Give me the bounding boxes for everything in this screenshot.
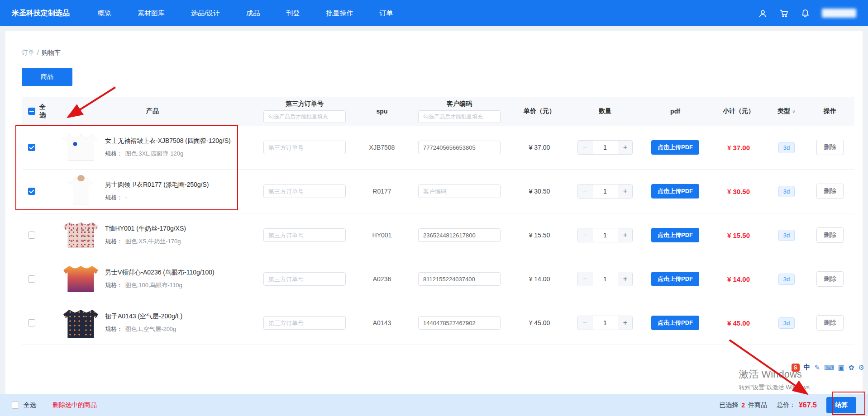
nav-item-selection-design[interactable]: 选品/设计	[191, 9, 220, 18]
nav-item-publish[interactable]: 刊登	[286, 9, 300, 18]
ime-mode-icon[interactable]: 中	[804, 363, 811, 372]
delete-button[interactable]: 删除	[816, 271, 844, 287]
qty-increase-button[interactable]: +	[618, 184, 632, 198]
type-badge[interactable]: 3d	[778, 317, 795, 329]
delete-button[interactable]: 删除	[816, 184, 844, 199]
footer-select-all-checkbox[interactable]	[12, 402, 19, 409]
product-text: 女士无袖褶皱上衣-XJB7508 (四面弹-120g/S) 规格： 图色,3XL…	[105, 137, 231, 158]
qty-decrease-button[interactable]: −	[578, 272, 592, 286]
type-badge[interactable]: 3d	[778, 186, 795, 197]
third-party-order-input[interactable]	[263, 184, 346, 198]
third-party-order-input[interactable]	[263, 228, 346, 242]
qty-decrease-button[interactable]: −	[578, 228, 592, 242]
action-cell: 删除	[806, 315, 854, 331]
bell-icon[interactable]	[801, 9, 810, 18]
third-party-order-input[interactable]	[263, 272, 346, 286]
qty-value[interactable]: 1	[592, 316, 618, 330]
customer-code-input[interactable]	[418, 184, 501, 198]
product-spec: 规格： 图色,100,鸟眼布-110g	[105, 281, 215, 289]
spu-cell: R0177	[355, 188, 409, 195]
qty-value[interactable]: 1	[592, 228, 618, 242]
header-type-filter[interactable]: 类型 ∨	[768, 107, 806, 115]
tab-products[interactable]: 商品	[22, 68, 72, 86]
nav-item-finished-products[interactable]: 成品	[246, 9, 260, 18]
qty-decrease-button[interactable]: −	[578, 141, 592, 154]
upload-pdf-button[interactable]: 点击上传PDF	[651, 316, 699, 330]
ime-logo-icon[interactable]: S	[792, 364, 800, 372]
row-checkbox[interactable]	[28, 188, 35, 195]
customer-code-input[interactable]	[418, 272, 501, 286]
select-all-checkbox[interactable]	[28, 108, 35, 115]
type-badge[interactable]: 3d	[778, 274, 795, 285]
qty-increase-button[interactable]: +	[618, 272, 632, 286]
order-cell	[254, 228, 355, 242]
username-redacted[interactable]	[822, 9, 856, 18]
ime-settings-icon[interactable]: ⚙	[858, 364, 864, 372]
ime-pen-icon[interactable]: ✎	[815, 364, 820, 372]
row-checkbox[interactable]	[28, 144, 35, 151]
type-cell: 3d	[768, 230, 806, 241]
cart-icon[interactable]	[779, 9, 789, 18]
upload-pdf-button[interactable]: 点击上传PDF	[651, 140, 699, 155]
row-check-cell	[22, 275, 51, 283]
qty-decrease-button[interactable]: −	[578, 316, 592, 330]
brand-logo[interactable]: 米圣科技定制选品	[12, 9, 70, 18]
spu-value: A0236	[373, 275, 391, 283]
qty-decrease-button[interactable]: −	[578, 184, 592, 198]
row-checkbox[interactable]	[28, 232, 35, 239]
ime-skin-icon[interactable]: ✿	[849, 364, 854, 372]
customer-code-input[interactable]	[418, 141, 501, 154]
breadcrumb-orders[interactable]: 订单	[22, 49, 34, 56]
third-party-order-input[interactable]	[263, 316, 346, 330]
product-image[interactable]	[63, 219, 99, 251]
subtotal-value: ¥ 45.00	[727, 319, 750, 327]
upload-pdf-button[interactable]: 点击上传PDF	[651, 184, 699, 199]
spec-value: -	[125, 194, 127, 201]
chevron-down-icon[interactable]: ∨	[792, 109, 795, 114]
delete-button[interactable]: 删除	[816, 315, 844, 331]
select-all-label: 全选	[39, 103, 51, 119]
product-title: 男士圆领卫衣R0177 (涤毛圈-250g/S)	[105, 181, 209, 189]
customer-code-input[interactable]	[418, 228, 501, 242]
nav-item-material-gallery[interactable]: 素材图库	[138, 9, 165, 18]
delete-selected-link[interactable]: 删除选中的商品	[52, 401, 97, 409]
third-party-order-input[interactable]	[263, 141, 346, 154]
price-cell: ¥ 30.50	[510, 188, 569, 195]
product-cell: 男士V领背心-A0236 (鸟眼布-110g/100) 规格： 图色,100,鸟…	[51, 263, 254, 295]
qty-value[interactable]: 1	[592, 272, 618, 286]
type-badge[interactable]: 3d	[778, 142, 795, 153]
product-image[interactable]	[63, 175, 99, 208]
customer-code-input[interactable]	[418, 316, 501, 330]
customer-service-icon[interactable]	[758, 9, 768, 18]
qty-increase-button[interactable]: +	[618, 141, 632, 154]
row-checkbox[interactable]	[28, 275, 35, 283]
subtotal-value: ¥ 37.00	[727, 144, 750, 151]
nav-item-batch-operations[interactable]: 批量操作	[326, 9, 353, 18]
delete-button[interactable]: 删除	[816, 227, 844, 243]
qty-value[interactable]: 1	[592, 141, 618, 154]
qty-increase-button[interactable]: +	[618, 316, 632, 330]
footer-bar: 全选 删除选中的商品 已选择 2 件商品 总价： ¥67.5 结算	[0, 394, 868, 416]
product-image[interactable]	[63, 263, 99, 295]
qty-value[interactable]: 1	[592, 184, 618, 198]
spec-label: 规格：	[105, 282, 123, 288]
nav-item-orders[interactable]: 订单	[379, 9, 393, 18]
table-header: 全选 产品 第三方订单号 spu 客户编码 单价（元） 数量	[22, 97, 854, 126]
checkout-button[interactable]: 结算	[826, 397, 856, 413]
batch-code-input[interactable]	[418, 110, 501, 123]
spec-value: 图色,L,空气层-200g	[125, 326, 176, 332]
qty-increase-button[interactable]: +	[618, 228, 632, 242]
ime-keyboard-icon[interactable]: ⌨	[824, 364, 834, 372]
ime-board-icon[interactable]: ▣	[838, 364, 844, 372]
product-image[interactable]	[63, 131, 99, 164]
product-text: 男士V领背心-A0236 (鸟眼布-110g/100) 规格： 图色,100,鸟…	[105, 269, 215, 289]
product-image[interactable]	[63, 307, 99, 339]
spu-cell: A0143	[355, 319, 409, 326]
upload-pdf-button[interactable]: 点击上传PDF	[651, 272, 699, 286]
batch-order-input[interactable]	[263, 110, 346, 123]
upload-pdf-button[interactable]: 点击上传PDF	[651, 228, 699, 242]
delete-button[interactable]: 删除	[816, 140, 844, 155]
nav-item-overview[interactable]: 概览	[98, 9, 111, 18]
type-badge[interactable]: 3d	[778, 230, 795, 241]
row-checkbox[interactable]	[28, 319, 35, 326]
